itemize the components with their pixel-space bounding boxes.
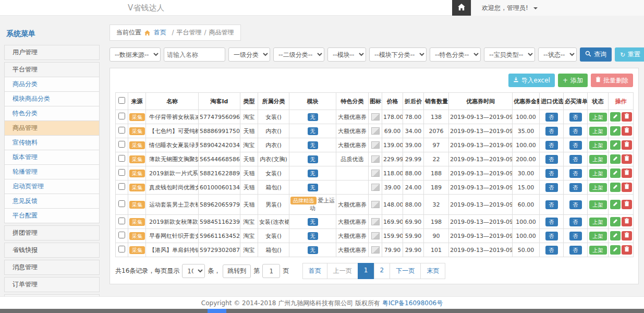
sidebar-item-12[interactable]: 拼团管理 bbox=[4, 225, 100, 240]
module-badge[interactable]: 无 bbox=[308, 141, 318, 149]
delete-button[interactable] bbox=[622, 140, 632, 150]
filter-select-6[interactable]: --特色分类-- bbox=[430, 47, 481, 62]
module-badge[interactable]: 无 bbox=[308, 170, 318, 177]
row-checkbox[interactable] bbox=[118, 232, 125, 238]
per-page-select[interactable]: 10 bbox=[182, 264, 205, 278]
row-checkbox[interactable] bbox=[118, 218, 125, 224]
import-select-toggle[interactable]: 否 bbox=[545, 113, 558, 122]
filter-select-2[interactable]: 一级分类 bbox=[228, 47, 270, 62]
sidebar-item-5[interactable]: 商品管理 bbox=[4, 121, 100, 136]
jump-button[interactable]: 跳转到 bbox=[223, 264, 251, 278]
sidebar-item-1[interactable]: 平台管理 bbox=[4, 62, 100, 77]
import-select-toggle[interactable]: 否 bbox=[545, 155, 558, 164]
sidebar-item-15[interactable]: 订单管理 bbox=[4, 277, 100, 292]
module-badge[interactable]: 无 bbox=[308, 127, 318, 135]
delete-button[interactable] bbox=[622, 231, 632, 240]
must-buy-toggle[interactable]: 否 bbox=[569, 155, 582, 164]
delete-button[interactable] bbox=[622, 154, 632, 164]
row-checkbox[interactable] bbox=[118, 169, 125, 176]
page-input[interactable] bbox=[262, 264, 280, 278]
must-buy-toggle[interactable]: 否 bbox=[569, 113, 582, 122]
edit-button[interactable] bbox=[610, 231, 621, 240]
sidebar-item-13[interactable]: 省钱快报 bbox=[4, 243, 100, 258]
import-select-toggle[interactable]: 否 bbox=[545, 183, 558, 192]
row-checkbox[interactable] bbox=[118, 246, 125, 252]
delete-button[interactable] bbox=[622, 183, 632, 192]
row-checkbox[interactable] bbox=[118, 155, 125, 162]
sidebar-item-0[interactable]: 用户管理 bbox=[4, 45, 100, 60]
row-checkbox[interactable] bbox=[118, 200, 125, 207]
search-button[interactable]: 查询 bbox=[580, 47, 612, 62]
status-badge[interactable]: 上架 bbox=[589, 232, 607, 240]
import-select-toggle[interactable]: 否 bbox=[545, 169, 558, 178]
add-button[interactable]: + 添加 bbox=[558, 74, 588, 87]
pagination-prev[interactable]: 上一页 bbox=[327, 263, 358, 279]
edit-button[interactable] bbox=[610, 183, 621, 192]
pagination-first[interactable]: 首页 bbox=[302, 263, 327, 279]
status-badge[interactable]: 上架 bbox=[589, 155, 607, 164]
import-select-toggle[interactable]: 否 bbox=[545, 246, 558, 255]
import-select-toggle[interactable]: 否 bbox=[545, 127, 558, 136]
status-badge[interactable]: 上架 bbox=[589, 246, 607, 255]
status-badge[interactable]: 上架 bbox=[589, 113, 607, 122]
breadcrumb-home-link[interactable]: 首页 bbox=[144, 29, 168, 36]
must-buy-toggle[interactable]: 否 bbox=[569, 246, 582, 255]
row-checkbox[interactable] bbox=[118, 127, 125, 134]
edit-button[interactable] bbox=[610, 126, 621, 136]
sidebar-item-2[interactable]: 商品分类 bbox=[4, 77, 100, 92]
row-checkbox[interactable] bbox=[118, 141, 125, 148]
filter-select-5[interactable]: --模块下分类-- bbox=[369, 47, 427, 62]
import-select-toggle[interactable]: 否 bbox=[545, 232, 558, 240]
sidebar-item-10[interactable]: 意见反馈 bbox=[4, 194, 100, 209]
import-select-toggle[interactable]: 否 bbox=[545, 141, 558, 150]
filter-select-0[interactable]: --数据来源-- bbox=[110, 47, 161, 62]
user-menu[interactable]: 欢迎您，管理员! bbox=[471, 0, 644, 16]
sidebar-item-4[interactable]: 特色分类 bbox=[4, 106, 100, 121]
must-buy-toggle[interactable]: 否 bbox=[569, 169, 582, 178]
icp-link[interactable]: 粤ICP备16098006号 bbox=[382, 299, 443, 307]
filter-select-4[interactable]: --模块-- bbox=[327, 47, 366, 62]
edit-button[interactable] bbox=[610, 200, 621, 209]
pagination-last[interactable]: 末页 bbox=[420, 263, 445, 279]
edit-button[interactable] bbox=[610, 112, 621, 122]
must-buy-toggle[interactable]: 否 bbox=[569, 232, 582, 240]
filter-select-7[interactable]: --宝贝类型-- bbox=[484, 47, 535, 62]
status-badge[interactable]: 上架 bbox=[589, 169, 607, 178]
import-select-toggle[interactable]: 否 bbox=[545, 218, 558, 226]
status-badge[interactable]: 上架 bbox=[589, 200, 607, 209]
edit-button[interactable] bbox=[610, 217, 621, 226]
module-badge[interactable]: 无 bbox=[308, 113, 318, 121]
delete-button[interactable] bbox=[622, 245, 632, 255]
import-excel-button[interactable]: 导入excel bbox=[508, 74, 555, 87]
edit-button[interactable] bbox=[610, 140, 621, 150]
module-badge[interactable]: 无 bbox=[308, 184, 318, 191]
must-buy-toggle[interactable]: 否 bbox=[569, 127, 582, 136]
scrollbar-thumb[interactable] bbox=[208, 309, 226, 313]
pagination-next[interactable]: 下一页 bbox=[390, 263, 421, 279]
edit-button[interactable] bbox=[610, 154, 621, 164]
row-checkbox[interactable] bbox=[118, 183, 125, 190]
sidebar-item-6[interactable]: 宣传物料 bbox=[4, 135, 100, 150]
pagination-page-1[interactable]: 1 bbox=[358, 263, 374, 279]
delete-button[interactable] bbox=[622, 200, 632, 209]
filter-select-3[interactable]: --二级分类-- bbox=[273, 47, 324, 62]
status-badge[interactable]: 上架 bbox=[589, 127, 607, 136]
sidebar-item-8[interactable]: 轮播管理 bbox=[4, 164, 100, 179]
select-all-checkbox[interactable] bbox=[118, 97, 125, 104]
delete-button[interactable] bbox=[622, 112, 632, 122]
sidebar-item-7[interactable]: 版本管理 bbox=[4, 150, 100, 165]
row-checkbox[interactable] bbox=[118, 113, 125, 119]
sidebar-item-3[interactable]: 模块商品分类 bbox=[4, 91, 100, 106]
filter-select-8[interactable]: --状态-- bbox=[538, 47, 577, 62]
sidebar-item-9[interactable]: 启动页管理 bbox=[4, 179, 100, 194]
module-badge[interactable]: 无 bbox=[308, 232, 318, 240]
import-select-toggle[interactable]: 否 bbox=[545, 200, 558, 209]
status-badge[interactable]: 上架 bbox=[589, 218, 607, 226]
sidebar-item-14[interactable]: 消息管理 bbox=[4, 260, 100, 275]
module-badge[interactable]: 无 bbox=[308, 246, 318, 254]
delete-button[interactable] bbox=[622, 217, 632, 226]
must-buy-toggle[interactable]: 否 bbox=[569, 141, 582, 150]
module-badge[interactable]: 无 bbox=[308, 155, 318, 163]
name-search-input[interactable] bbox=[164, 47, 225, 62]
pagination-page-2[interactable]: 2 bbox=[374, 263, 391, 279]
